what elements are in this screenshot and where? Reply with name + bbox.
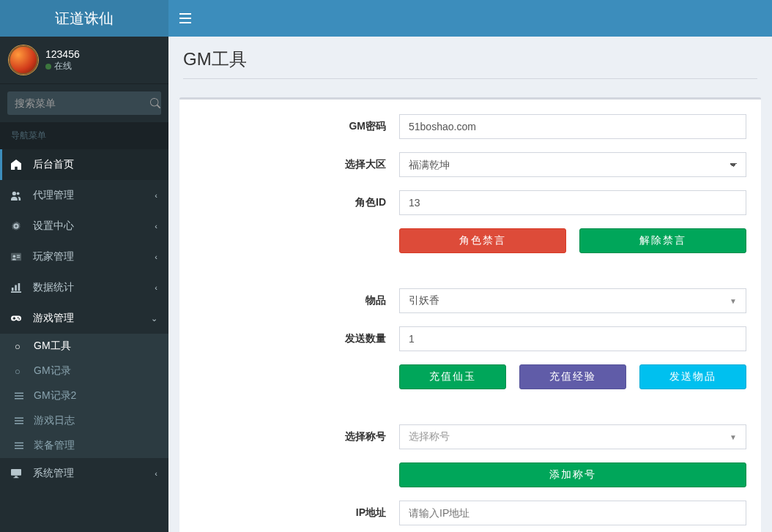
- divider: [183, 78, 757, 79]
- chevron-left-icon: ‹: [155, 252, 157, 261]
- chevron-left-icon: ‹: [155, 283, 157, 292]
- caret-down-icon: ▼: [730, 297, 737, 305]
- svg-rect-4: [11, 469, 21, 476]
- svg-rect-7: [179, 22, 191, 23]
- send-item-button[interactable]: 发送物品: [639, 364, 746, 389]
- label-send-qty: 发送数量: [194, 332, 399, 345]
- unban-speak-button[interactable]: 解除禁言: [579, 228, 746, 253]
- recharge-exp-button[interactable]: 充值经验: [519, 364, 626, 389]
- sub-gm-record[interactable]: ○ GM记录: [0, 359, 168, 383]
- topbar: [168, 0, 772, 37]
- user-panel: 123456 在线: [0, 37, 168, 84]
- svg-point-0: [12, 192, 16, 195]
- content: GM密码 选择大区 福满乾坤 角色ID: [168, 86, 772, 532]
- role-id-input[interactable]: [399, 190, 746, 215]
- form-box: GM密码 选择大区 福满乾坤 角色ID: [179, 97, 761, 532]
- circle-o-icon: ○: [15, 341, 28, 352]
- user-status: 在线: [45, 61, 80, 72]
- sidebar-search: [0, 84, 168, 122]
- avatar[interactable]: [9, 45, 38, 75]
- item-selected-value: 引妖香: [409, 294, 439, 307]
- nav-agent[interactable]: 代理管理 ‹: [0, 180, 168, 211]
- ban-speak-button[interactable]: 角色禁言: [399, 228, 566, 253]
- list-icon: [15, 441, 28, 450]
- caret-down-icon: ▼: [730, 433, 737, 441]
- status-dot-icon: [45, 64, 51, 70]
- svg-point-1: [17, 192, 20, 195]
- label-item: 物品: [194, 294, 399, 307]
- nav-home[interactable]: 后台首页: [0, 149, 168, 180]
- send-qty-input[interactable]: [399, 326, 746, 351]
- hamburger-button[interactable]: [179, 13, 191, 23]
- nav-game[interactable]: 游戏管理 ⌄: [0, 303, 168, 334]
- region-select[interactable]: 福满乾坤: [399, 152, 746, 177]
- nav-settings[interactable]: 设置中心 ‹: [0, 211, 168, 241]
- label-region: 选择大区: [194, 158, 399, 171]
- label-title-select: 选择称号: [194, 430, 399, 443]
- user-name: 123456: [45, 48, 80, 61]
- list-icon: [15, 416, 28, 425]
- nav-stats[interactable]: 数据统计 ‹: [0, 272, 168, 303]
- chevron-left-icon: ‹: [155, 191, 157, 200]
- sidebar: 证道诛仙 123456 在线 导航菜单: [0, 0, 168, 532]
- gamepad-icon: [11, 313, 26, 323]
- sub-equip[interactable]: 装备管理: [0, 433, 168, 458]
- ip-input[interactable]: [399, 501, 746, 525]
- content-header: GM工具: [168, 37, 772, 86]
- sub-gm-tool[interactable]: ○ GM工具: [0, 334, 168, 359]
- item-select[interactable]: 引妖香 ▼: [399, 288, 746, 313]
- nav-header: 导航菜单: [0, 122, 168, 149]
- desktop-icon: [11, 468, 26, 479]
- page-title: GM工具: [183, 48, 757, 71]
- title-placeholder: 选择称号: [409, 430, 450, 443]
- nav-players[interactable]: 玩家管理 ‹: [0, 241, 168, 272]
- chevron-left-icon: ‹: [155, 469, 157, 478]
- search-icon: [150, 98, 160, 108]
- brand-logo: 证道诛仙: [0, 0, 168, 37]
- label-ip: IP地址: [194, 506, 399, 520]
- nav-list: 后台首页 代理管理 ‹ 设置中心 ‹ 玩家管理: [0, 149, 168, 489]
- id-card-icon: [11, 252, 26, 262]
- circle-o-icon: ○: [15, 366, 28, 377]
- chevron-down-icon: ⌄: [151, 314, 157, 323]
- svg-rect-5: [179, 13, 191, 15]
- chevron-left-icon: ‹: [155, 222, 157, 231]
- list-icon: [15, 391, 28, 400]
- sub-gm-record2[interactable]: GM记录2: [0, 383, 168, 408]
- chart-icon: [11, 282, 26, 293]
- users-icon: [11, 190, 26, 201]
- search-button[interactable]: [150, 91, 161, 115]
- hamburger-icon: [179, 13, 191, 23]
- gears-icon: [11, 221, 26, 231]
- nav-game-submenu: ○ GM工具 ○ GM记录 GM记录2 游戏日志: [0, 334, 168, 458]
- label-role-id: 角色ID: [194, 196, 399, 209]
- main: GM工具 GM密码 选择大区 福满乾坤: [168, 0, 772, 532]
- home-icon: [11, 160, 26, 170]
- nav-system[interactable]: 系统管理 ‹: [0, 458, 168, 489]
- gm-password-input[interactable]: [399, 114, 746, 139]
- svg-rect-6: [179, 18, 191, 19]
- label-gm-password: GM密码: [194, 120, 399, 133]
- search-input[interactable]: [7, 91, 150, 115]
- add-title-button[interactable]: 添加称号: [399, 462, 746, 487]
- recharge-jade-button[interactable]: 充值仙玉: [399, 364, 506, 389]
- sub-game-log[interactable]: 游戏日志: [0, 408, 168, 433]
- svg-point-3: [13, 255, 16, 258]
- title-select[interactable]: 选择称号 ▼: [399, 424, 746, 449]
